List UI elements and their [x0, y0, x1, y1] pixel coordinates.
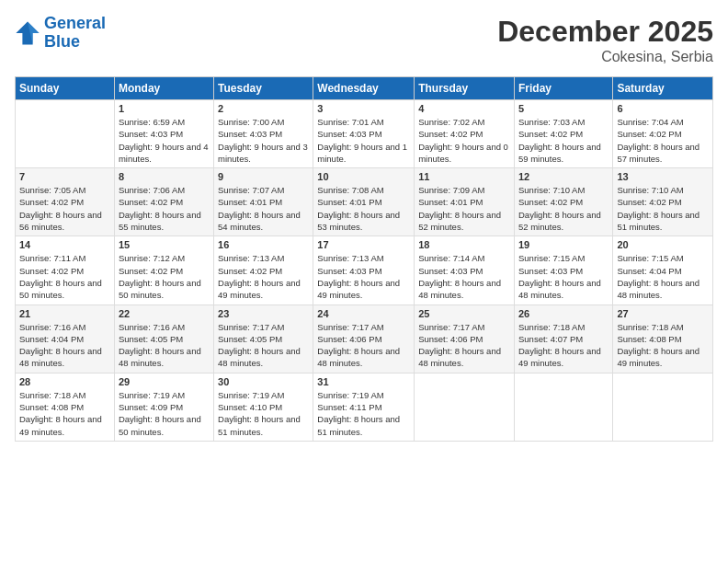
- day-number: 8: [119, 171, 210, 182]
- day-info: Sunrise: 7:14 AMSunset: 4:03 PMDaylight:…: [418, 252, 510, 301]
- week-row-5: 28Sunrise: 7:18 AMSunset: 4:08 PMDayligh…: [16, 373, 713, 441]
- day-cell: [16, 100, 115, 168]
- day-cell: 22Sunrise: 7:16 AMSunset: 4:05 PMDayligh…: [114, 304, 213, 373]
- day-number: 23: [218, 308, 309, 319]
- day-cell: 25Sunrise: 7:17 AMSunset: 4:06 PMDayligh…: [415, 304, 515, 373]
- day-number: 25: [418, 308, 510, 319]
- day-number: 7: [19, 171, 110, 182]
- col-header-monday: Monday: [114, 77, 213, 100]
- day-number: 15: [119, 239, 210, 250]
- subtitle: Cokesina, Serbia: [497, 49, 713, 65]
- day-cell: 13Sunrise: 7:10 AMSunset: 4:02 PMDayligh…: [613, 168, 713, 236]
- day-number: 4: [418, 103, 510, 114]
- day-cell: 8Sunrise: 7:06 AMSunset: 4:02 PMDaylight…: [114, 168, 213, 236]
- day-cell: 21Sunrise: 7:16 AMSunset: 4:04 PMDayligh…: [16, 304, 115, 373]
- day-info: Sunrise: 7:15 AMSunset: 4:03 PMDaylight:…: [518, 252, 609, 301]
- day-info: Sunrise: 6:59 AMSunset: 4:03 PMDaylight:…: [119, 116, 210, 165]
- day-cell: [415, 373, 515, 441]
- day-cell: 20Sunrise: 7:15 AMSunset: 4:04 PMDayligh…: [613, 236, 713, 304]
- day-info: Sunrise: 7:19 AMSunset: 4:10 PMDaylight:…: [218, 389, 309, 438]
- day-number: 21: [19, 308, 110, 319]
- day-number: 24: [317, 308, 410, 319]
- day-info: Sunrise: 7:19 AMSunset: 4:09 PMDaylight:…: [119, 389, 210, 438]
- day-info: Sunrise: 7:13 AMSunset: 4:02 PMDaylight:…: [218, 252, 309, 301]
- day-cell: 4Sunrise: 7:02 AMSunset: 4:02 PMDaylight…: [415, 100, 515, 168]
- day-info: Sunrise: 7:16 AMSunset: 4:04 PMDaylight:…: [19, 321, 110, 370]
- day-cell: 31Sunrise: 7:19 AMSunset: 4:11 PMDayligh…: [313, 373, 415, 441]
- main-title: December 2025: [497, 15, 713, 49]
- day-info: Sunrise: 7:13 AMSunset: 4:03 PMDaylight:…: [317, 252, 410, 301]
- col-header-tuesday: Tuesday: [214, 77, 313, 100]
- day-number: 31: [317, 376, 410, 387]
- day-number: 5: [518, 103, 609, 114]
- day-info: Sunrise: 7:05 AMSunset: 4:02 PMDaylight:…: [19, 184, 110, 233]
- day-info: Sunrise: 7:02 AMSunset: 4:02 PMDaylight:…: [418, 116, 510, 165]
- week-row-3: 14Sunrise: 7:11 AMSunset: 4:02 PMDayligh…: [16, 236, 713, 304]
- day-number: 19: [518, 239, 609, 250]
- day-cell: 19Sunrise: 7:15 AMSunset: 4:03 PMDayligh…: [514, 236, 612, 304]
- day-cell: 29Sunrise: 7:19 AMSunset: 4:09 PMDayligh…: [114, 373, 213, 441]
- day-number: 3: [317, 103, 410, 114]
- day-cell: 12Sunrise: 7:10 AMSunset: 4:02 PMDayligh…: [514, 168, 612, 236]
- day-number: 17: [317, 239, 410, 250]
- day-info: Sunrise: 7:19 AMSunset: 4:11 PMDaylight:…: [317, 389, 410, 438]
- day-number: 1: [119, 103, 210, 114]
- day-info: Sunrise: 7:10 AMSunset: 4:02 PMDaylight:…: [617, 184, 709, 233]
- col-header-saturday: Saturday: [613, 77, 713, 100]
- day-cell: 17Sunrise: 7:13 AMSunset: 4:03 PMDayligh…: [313, 236, 415, 304]
- day-cell: 27Sunrise: 7:18 AMSunset: 4:08 PMDayligh…: [613, 304, 713, 373]
- day-cell: 26Sunrise: 7:18 AMSunset: 4:07 PMDayligh…: [514, 304, 612, 373]
- logo-line2: Blue: [44, 32, 80, 51]
- day-info: Sunrise: 7:18 AMSunset: 4:07 PMDaylight:…: [518, 321, 609, 370]
- day-info: Sunrise: 7:00 AMSunset: 4:03 PMDaylight:…: [218, 116, 309, 165]
- day-number: 29: [119, 376, 210, 387]
- day-info: Sunrise: 7:06 AMSunset: 4:02 PMDaylight:…: [119, 184, 210, 233]
- day-info: Sunrise: 7:08 AMSunset: 4:01 PMDaylight:…: [317, 184, 410, 233]
- day-number: 9: [218, 171, 309, 182]
- day-cell: 15Sunrise: 7:12 AMSunset: 4:02 PMDayligh…: [114, 236, 213, 304]
- day-cell: 6Sunrise: 7:04 AMSunset: 4:02 PMDaylight…: [613, 100, 713, 168]
- day-cell: 11Sunrise: 7:09 AMSunset: 4:01 PMDayligh…: [415, 168, 515, 236]
- day-cell: 14Sunrise: 7:11 AMSunset: 4:02 PMDayligh…: [16, 236, 115, 304]
- title-block: December 2025 Cokesina, Serbia: [497, 15, 713, 65]
- day-info: Sunrise: 7:07 AMSunset: 4:01 PMDaylight:…: [218, 184, 309, 233]
- day-cell: 7Sunrise: 7:05 AMSunset: 4:02 PMDaylight…: [16, 168, 115, 236]
- day-info: Sunrise: 7:17 AMSunset: 4:05 PMDaylight:…: [218, 321, 309, 370]
- day-info: Sunrise: 7:10 AMSunset: 4:02 PMDaylight:…: [518, 184, 609, 233]
- day-info: Sunrise: 7:18 AMSunset: 4:08 PMDaylight:…: [617, 321, 709, 370]
- day-cell: 23Sunrise: 7:17 AMSunset: 4:05 PMDayligh…: [214, 304, 313, 373]
- day-number: 14: [19, 239, 110, 250]
- day-number: 30: [218, 376, 309, 387]
- day-cell: 30Sunrise: 7:19 AMSunset: 4:10 PMDayligh…: [214, 373, 313, 441]
- day-cell: 16Sunrise: 7:13 AMSunset: 4:02 PMDayligh…: [214, 236, 313, 304]
- day-info: Sunrise: 7:11 AMSunset: 4:02 PMDaylight:…: [19, 252, 110, 301]
- day-info: Sunrise: 7:17 AMSunset: 4:06 PMDaylight:…: [317, 321, 410, 370]
- header: General Blue December 2025 Cokesina, Ser…: [15, 15, 713, 65]
- day-cell: 3Sunrise: 7:01 AMSunset: 4:03 PMDaylight…: [313, 100, 415, 168]
- calendar-header-row: SundayMondayTuesdayWednesdayThursdayFrid…: [16, 77, 713, 100]
- day-cell: 2Sunrise: 7:00 AMSunset: 4:03 PMDaylight…: [214, 100, 313, 168]
- day-number: 18: [418, 239, 510, 250]
- day-cell: [613, 373, 713, 441]
- day-cell: 9Sunrise: 7:07 AMSunset: 4:01 PMDaylight…: [214, 168, 313, 236]
- col-header-sunday: Sunday: [16, 77, 115, 100]
- logo: General Blue: [15, 15, 106, 52]
- day-number: 13: [617, 171, 709, 182]
- col-header-friday: Friday: [514, 77, 612, 100]
- day-number: 16: [218, 239, 309, 250]
- day-info: Sunrise: 7:03 AMSunset: 4:02 PMDaylight:…: [518, 116, 609, 165]
- page: General Blue December 2025 Cokesina, Ser…: [0, 0, 728, 563]
- day-number: 2: [218, 103, 309, 114]
- day-number: 11: [418, 171, 510, 182]
- day-info: Sunrise: 7:09 AMSunset: 4:01 PMDaylight:…: [418, 184, 510, 233]
- day-info: Sunrise: 7:15 AMSunset: 4:04 PMDaylight:…: [617, 252, 709, 301]
- day-cell: 5Sunrise: 7:03 AMSunset: 4:02 PMDaylight…: [514, 100, 612, 168]
- logo-text: General Blue: [44, 15, 106, 52]
- logo-icon: [15, 20, 40, 46]
- week-row-4: 21Sunrise: 7:16 AMSunset: 4:04 PMDayligh…: [16, 304, 713, 373]
- day-cell: [514, 373, 612, 441]
- day-info: Sunrise: 7:12 AMSunset: 4:02 PMDaylight:…: [119, 252, 210, 301]
- calendar-table: SundayMondayTuesdayWednesdayThursdayFrid…: [15, 76, 713, 442]
- week-row-2: 7Sunrise: 7:05 AMSunset: 4:02 PMDaylight…: [16, 168, 713, 236]
- day-number: 22: [119, 308, 210, 319]
